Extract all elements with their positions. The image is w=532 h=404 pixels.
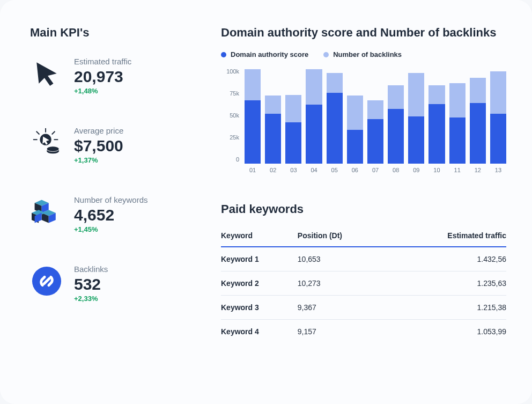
bar-segment-domain-authority [245, 100, 261, 164]
bar-segment-backlinks [490, 71, 506, 114]
table-cell: 1.053,99 [388, 320, 506, 344]
kpi-value: 532 [74, 275, 108, 293]
kpi-label: Number of keywords [74, 195, 148, 204]
bar-column: 02 [265, 69, 281, 173]
bar-segment-backlinks [470, 78, 486, 104]
right-panel: Domain authority score and Number of bac… [221, 26, 506, 380]
table-cell: 1.432,56 [388, 247, 506, 271]
bar-column: 08 [388, 69, 404, 173]
legend-swatch-icon [221, 52, 226, 57]
dashboard: Main KPI's Estimated traffic 20,973 +1,4… [0, 0, 532, 404]
table-row: Keyword 39,3671.215,38 [221, 296, 506, 320]
bar-x-label: 03 [290, 167, 297, 173]
kpi-estimated-traffic: Estimated traffic 20,973 +1,48% [30, 57, 191, 95]
table-cell: 10,653 [298, 247, 388, 271]
table-cell: Keyword 4 [221, 320, 298, 344]
bar-stack [347, 69, 363, 164]
bar-segment-domain-authority [388, 109, 404, 164]
bar-stack [265, 69, 281, 164]
bar-segment-domain-authority [265, 114, 281, 164]
y-tick: 100k [226, 68, 239, 75]
bar-segment-backlinks [367, 100, 383, 119]
bar-column: 03 [285, 69, 301, 173]
y-tick: 25k [230, 134, 239, 141]
bar-stack [449, 69, 466, 164]
bar-x-label: 08 [393, 167, 399, 173]
kpi-change: +2,33% [74, 295, 108, 303]
chart-title: Domain authority score and Number of bac… [221, 26, 506, 40]
bar-column: 11 [449, 69, 466, 173]
bar-segment-backlinks [388, 85, 404, 109]
bar-chart: 100k 75k 50k 25k 0 010203040506070809101… [221, 68, 506, 173]
table-cell: Keyword 1 [221, 247, 298, 271]
y-tick: 50k [230, 112, 239, 119]
bar-x-label: 07 [372, 167, 379, 173]
chart-legend: Domain authority score Number of backlin… [221, 50, 506, 58]
bar-stack [306, 69, 322, 164]
legend-item-domain-authority: Domain authority score [221, 50, 308, 58]
table-cell: 1.215,38 [388, 296, 506, 320]
table-header-position: Position (Dt) [298, 226, 388, 247]
bar-x-label: 01 [249, 167, 256, 173]
bar-segment-backlinks [265, 96, 281, 113]
bar-x-label: 04 [311, 167, 317, 173]
kpi-change: +1,48% [74, 87, 131, 95]
bar-segment-domain-authority [367, 119, 383, 164]
table-cell: 9,367 [298, 296, 388, 320]
bar-segment-backlinks [306, 69, 322, 105]
bar-segment-backlinks [428, 85, 445, 104]
legend-item-backlinks: Number of backlinks [323, 50, 402, 58]
bar-x-label: 02 [270, 167, 276, 173]
paid-keywords-table: Keyword Position (Dt) Estimated traffic … [221, 226, 506, 343]
bar-segment-backlinks [327, 73, 343, 93]
table-row: Keyword 210,2731.235,63 [221, 271, 506, 296]
table-title: Paid keywords [221, 202, 506, 216]
bar-x-label: 06 [352, 167, 358, 173]
bar-x-label: 12 [475, 167, 481, 173]
table-cell: Keyword 2 [221, 271, 298, 296]
bar-column: 12 [470, 69, 486, 173]
cursor-icon [30, 57, 63, 90]
bar-stack [245, 69, 261, 164]
kpi-label: Backlinks [74, 265, 108, 274]
bar-segment-domain-authority [449, 117, 466, 164]
table-row: Keyword 110,6531.432,56 [221, 247, 506, 271]
kpi-value: $7,500 [74, 137, 123, 155]
table-header-keyword: Keyword [221, 226, 298, 247]
table-row: Keyword 49,1571.053,99 [221, 320, 506, 344]
kpi-value: 20,973 [74, 68, 131, 85]
chart-bars: 01020304050607080910111213 [245, 68, 506, 173]
bar-column: 01 [245, 69, 261, 173]
bar-segment-backlinks [408, 73, 424, 116]
bar-segment-domain-authority [347, 130, 363, 164]
bar-segment-domain-authority [306, 105, 322, 164]
y-tick: 0 [236, 156, 239, 163]
bar-segment-domain-authority [327, 93, 343, 164]
kpi-panel-title: Main KPI's [30, 26, 191, 40]
bar-segment-backlinks [245, 69, 261, 100]
bar-x-label: 05 [331, 167, 338, 173]
bar-column: 05 [327, 69, 343, 173]
table-header-traffic: Estimated traffic [388, 226, 506, 247]
kpi-label: Estimated traffic [74, 57, 131, 66]
link-circle-icon [30, 265, 63, 298]
svg-line-1 [36, 131, 40, 135]
bar-x-label: 11 [454, 167, 461, 173]
bar-stack [470, 69, 486, 164]
kpi-change: +1,37% [74, 156, 123, 164]
paid-keywords-section: Paid keywords Keyword Position (Dt) Esti… [221, 202, 506, 343]
bar-segment-backlinks [285, 95, 301, 122]
bar-stack [327, 69, 343, 164]
bar-stack [367, 69, 383, 164]
svg-line-2 [52, 131, 55, 135]
bar-segment-domain-authority [428, 104, 445, 164]
cube-stack-icon [30, 195, 63, 229]
bar-column: 04 [306, 69, 322, 173]
kpi-average-price: Average price $7,500 +1,37% [30, 126, 191, 164]
kpi-label: Average price [74, 126, 123, 135]
legend-label: Number of backlinks [333, 50, 402, 58]
bar-stack [388, 69, 404, 164]
kpi-backlinks: Backlinks 532 +2,33% [30, 265, 191, 303]
bar-stack [285, 69, 301, 164]
bar-column: 13 [490, 69, 506, 173]
